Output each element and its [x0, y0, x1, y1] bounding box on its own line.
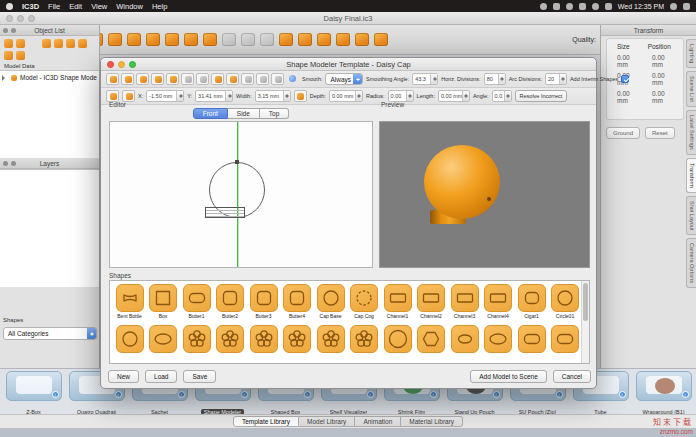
ground-button[interactable]: Ground [606, 127, 640, 139]
stepper-icon[interactable] [498, 74, 505, 84]
horiz-divisions-field[interactable]: 80 [484, 73, 506, 85]
shape-butter1[interactable] [183, 284, 211, 312]
info-icon[interactable]: i [556, 391, 563, 398]
vertex-handle[interactable] [235, 160, 239, 164]
eraser-icon[interactable] [226, 73, 239, 85]
library-tab-model-library[interactable]: Model Library [299, 416, 355, 427]
depth-field[interactable]: 0.00 mm [329, 90, 363, 102]
volume-icon[interactable] [553, 3, 560, 10]
load-button[interactable]: Load [145, 370, 177, 383]
notification-center-icon[interactable] [683, 3, 690, 10]
shape-tile-flower[interactable] [317, 325, 345, 353]
length-field[interactable]: 0.00 mm [438, 90, 470, 102]
info-icon[interactable]: i [115, 391, 122, 398]
zoom-in-icon[interactable] [121, 73, 134, 85]
stepper-icon[interactable] [430, 74, 437, 84]
template-thumb-wraparound-b1-[interactable]: i [636, 371, 692, 401]
delete-icon[interactable] [78, 39, 87, 48]
menu-window[interactable]: Window [116, 2, 143, 11]
align-tool-icon[interactable] [222, 33, 236, 46]
export-icon[interactable] [16, 39, 25, 48]
smooth-select[interactable]: Always [325, 73, 363, 85]
vtab-transform[interactable]: Transform [686, 158, 696, 193]
shape-tile-hexagon[interactable] [417, 325, 445, 353]
library-tab-animation[interactable]: Animation [355, 416, 401, 427]
category-select[interactable]: All Categories [3, 327, 97, 340]
panel-dot-icon[interactable] [11, 28, 16, 33]
template-thumb-z-box[interactable]: i [6, 371, 62, 401]
point-indicator-icon[interactable] [286, 73, 299, 85]
menu-clock[interactable]: Wed 12:35 PM [618, 3, 664, 10]
app-status-icon[interactable] [540, 3, 547, 10]
new-button[interactable]: New [108, 370, 139, 383]
shape-butter3[interactable] [250, 284, 278, 312]
shape-channel1[interactable] [384, 284, 412, 312]
shape-tile-flower[interactable] [350, 325, 378, 353]
width-field[interactable]: 3.15 mm [255, 90, 291, 102]
shape-tile-flower[interactable] [283, 325, 311, 353]
redo-icon[interactable] [374, 33, 388, 46]
text-tool-icon[interactable] [279, 33, 293, 46]
panel-dot-icon[interactable] [11, 161, 16, 166]
boolean-tool-icon[interactable] [203, 33, 217, 46]
shape-channel2[interactable] [417, 284, 445, 312]
view-tab-top[interactable]: Top [260, 108, 289, 119]
y-field[interactable]: 31.41 mm [195, 90, 233, 102]
orbit-tool-icon[interactable] [127, 33, 141, 46]
shape-circle01[interactable] [551, 284, 579, 312]
view-tab-front[interactable]: Front [193, 108, 228, 119]
panel-dot-icon[interactable] [3, 28, 8, 33]
scrollbar-thumb[interactable] [583, 283, 588, 321]
arc-divisions-field[interactable]: 20 [545, 73, 567, 85]
stepper-icon[interactable] [283, 91, 290, 101]
info-icon[interactable]: i [241, 391, 248, 398]
vtab-scene-list[interactable]: Scene List [686, 71, 696, 107]
tree-item-model[interactable]: Model - IC3D Shape Mode [0, 71, 99, 84]
ungroup-icon[interactable] [54, 39, 63, 48]
pen-tool-icon[interactable] [271, 73, 284, 85]
import-icon[interactable] [4, 39, 13, 48]
material-tool-icon[interactable] [317, 33, 331, 46]
pan-tool-icon[interactable] [146, 33, 160, 46]
smoothing-angle-field[interactable]: 43.3 [412, 73, 438, 85]
shape-butter4[interactable] [283, 284, 311, 312]
shape-bent-bottle[interactable] [116, 284, 144, 312]
shape-box[interactable] [149, 284, 177, 312]
preview-viewport[interactable] [379, 121, 590, 268]
shape-tile-ellipse[interactable] [484, 325, 512, 353]
stepper-icon[interactable] [559, 74, 566, 84]
menu-ic3d[interactable]: IC3D [22, 2, 39, 11]
save-button[interactable]: Save [183, 370, 216, 383]
curve-tool-icon[interactable] [256, 73, 269, 85]
add-model-icon[interactable] [4, 51, 13, 60]
distribute-tool-icon[interactable] [241, 33, 255, 46]
library-tab-template-library[interactable]: Template Library [233, 416, 299, 427]
stepper-icon[interactable] [406, 91, 413, 101]
pencil-icon[interactable] [241, 73, 254, 85]
shape-tile-rounded-wide[interactable] [518, 325, 546, 353]
shape-tool-icon[interactable] [166, 73, 179, 85]
vtab-shot-layout[interactable]: Shot Layout [686, 196, 696, 235]
scale-tool-icon[interactable] [165, 33, 179, 46]
x-field[interactable]: -1.50 mm [146, 90, 184, 102]
info-icon[interactable]: i [304, 391, 311, 398]
shape-butter2[interactable] [216, 284, 244, 312]
group-icon[interactable] [42, 39, 51, 48]
battery-icon[interactable] [605, 3, 612, 10]
stepper-icon[interactable] [504, 91, 511, 101]
add-model-to-scene-button[interactable]: Add Model to Scene [470, 370, 547, 383]
apple-icon[interactable] [6, 3, 13, 10]
vtab-camera-options[interactable]: Camera Options [686, 238, 696, 288]
angle-field[interactable]: 0.0 [492, 90, 512, 102]
stepper-icon[interactable] [355, 91, 362, 101]
wifi-icon[interactable] [592, 3, 599, 10]
stepper-icon[interactable] [462, 91, 469, 101]
shape-tile-circle-lg[interactable] [384, 325, 412, 353]
add-interim-checkbox[interactable] [621, 75, 629, 83]
shape-tile-ellipse[interactable] [149, 325, 177, 353]
disclosure-triangle-icon[interactable] [2, 75, 8, 81]
mirror-v-icon[interactable] [196, 73, 209, 85]
zoom-out-icon[interactable] [136, 73, 149, 85]
panel-dot-icon[interactable] [3, 161, 8, 166]
vtab-lighting[interactable]: Lighting [686, 39, 696, 68]
